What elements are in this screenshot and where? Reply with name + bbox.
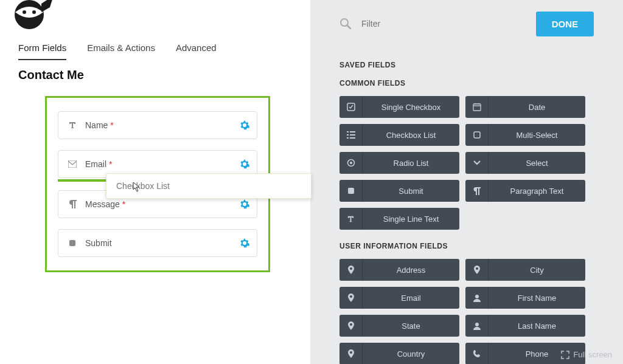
fieldtype-label: Last Name [489, 321, 585, 331]
svg-rect-15 [350, 134, 355, 136]
pin-icon [339, 287, 363, 309]
field-row[interactable]: Name * [58, 111, 257, 139]
fieldtype-multiselect[interactable]: Multi-Select [465, 124, 585, 146]
svg-rect-18 [474, 132, 480, 138]
pin-icon [339, 315, 363, 337]
fieldtype-label: Multi-Select [489, 131, 585, 140]
gear-icon[interactable] [240, 159, 249, 169]
pin-icon [465, 259, 489, 281]
fields-drawer: DONE SAVED FIELDS COMMON FIELDS Single C… [310, 0, 623, 364]
fieldtype-label: State [363, 321, 459, 331]
svg-rect-14 [347, 134, 349, 136]
fieldtype-label: First Name [489, 294, 585, 303]
user-icon [465, 315, 489, 337]
svg-rect-3 [68, 160, 77, 168]
builder-tabs: Form Fields Emails & Actions Advanced [18, 43, 217, 60]
fieldtype-country[interactable]: Country [339, 343, 459, 364]
svg-rect-21 [348, 188, 354, 194]
list-icon [339, 124, 363, 146]
fieldtype-label: Radio List [363, 159, 459, 168]
fieldtype-label: Single Checkbox [363, 103, 459, 112]
search-icon [339, 18, 352, 30]
fieldtype-label: Single Line Text [363, 215, 459, 224]
fieldtype-single-line-text[interactable]: Single Line Text [339, 208, 459, 230]
field-label: Message * [85, 199, 125, 209]
fieldtype-address[interactable]: Address [339, 259, 459, 281]
common-fields-grid: Single Checkbox Date Checkbox List Multi… [339, 96, 594, 230]
square-o-icon [465, 124, 489, 146]
svg-rect-16 [347, 137, 349, 139]
check-square-icon [339, 96, 363, 118]
user-icon [465, 287, 489, 309]
section-common: COMMON FIELDS [339, 79, 594, 88]
cursor-icon [133, 182, 142, 193]
filter-input[interactable] [361, 19, 483, 29]
userinfo-fields-grid: Address City Email First Name State Last… [339, 259, 594, 364]
pin-icon [339, 259, 363, 281]
square-icon [339, 180, 363, 202]
fieldtype-paragraph-text[interactable]: Paragraph Text [465, 180, 585, 202]
fieldtype-last-name[interactable]: Last Name [465, 315, 585, 337]
fieldtype-label: Select [489, 159, 585, 168]
gear-icon[interactable] [240, 120, 249, 130]
envelope-icon [67, 160, 78, 168]
chevron-down-icon [465, 152, 489, 174]
svg-rect-13 [350, 131, 355, 132]
fullscreen-toggle[interactable]: Full screen [561, 350, 612, 359]
fieldtype-select[interactable]: Select [465, 152, 585, 174]
fieldtype-radio-list[interactable]: Radio List [339, 152, 459, 174]
fieldtype-email[interactable]: Email [339, 287, 459, 309]
square-icon [67, 239, 78, 247]
fieldtype-label: Checkbox List [363, 131, 459, 140]
section-userinfo: USER INFORMATION FIELDS [339, 242, 594, 250]
field-row[interactable]: Submit [58, 229, 257, 257]
tab-form-fields[interactable]: Form Fields [18, 43, 66, 60]
tab-emails-actions[interactable]: Emails & Actions [87, 43, 155, 60]
svg-rect-8 [473, 104, 481, 111]
field-label: Submit [85, 238, 112, 248]
done-button[interactable]: DONE [536, 12, 594, 36]
svg-point-20 [350, 162, 352, 164]
paragraph-icon [67, 200, 78, 208]
pin-icon [339, 343, 363, 364]
svg-point-2 [32, 10, 36, 14]
fieldtype-first-name[interactable]: First Name [465, 287, 585, 309]
fullscreen-label: Full screen [573, 350, 612, 359]
field-label: Name * [85, 120, 114, 130]
fieldtype-submit[interactable]: Submit [339, 180, 459, 202]
svg-point-1 [23, 10, 26, 14]
form-title: Contact Me [18, 68, 84, 82]
calendar-icon [465, 96, 489, 118]
svg-rect-17 [350, 137, 355, 139]
field-label: Email * [85, 159, 112, 169]
fieldtype-checkbox-list[interactable]: Checkbox List [339, 124, 459, 146]
fieldtype-label: Paragraph Text [489, 187, 585, 196]
svg-rect-4 [69, 240, 75, 246]
logo [6, 0, 55, 30]
gear-icon[interactable] [240, 199, 249, 209]
fieldtype-label: City [489, 266, 585, 275]
svg-point-23 [475, 323, 479, 326]
search-wrap [339, 18, 483, 30]
tab-advanced[interactable]: Advanced [176, 43, 217, 60]
fieldtype-label: Email [363, 294, 459, 303]
fieldtype-label: Submit [363, 187, 459, 196]
paragraph-icon [465, 180, 489, 202]
phone-icon [465, 343, 489, 364]
gear-icon[interactable] [240, 238, 249, 248]
section-saved: SAVED FIELDS [339, 61, 594, 69]
fieldtype-city[interactable]: City [465, 259, 585, 281]
fieldtype-state[interactable]: State [339, 315, 459, 337]
dot-circle-icon [339, 152, 363, 174]
text-icon [67, 121, 78, 129]
expand-icon [561, 351, 569, 359]
fieldtype-label: Country [363, 349, 459, 359]
svg-line-6 [347, 26, 350, 29]
text-icon [339, 208, 363, 230]
fieldtype-single-checkbox[interactable]: Single Checkbox [339, 96, 459, 118]
fieldtype-label: Address [363, 266, 459, 275]
drawer-header: DONE [339, 0, 594, 47]
fieldtype-label: Date [489, 103, 585, 112]
svg-point-22 [475, 295, 479, 298]
fieldtype-date[interactable]: Date [465, 96, 585, 118]
